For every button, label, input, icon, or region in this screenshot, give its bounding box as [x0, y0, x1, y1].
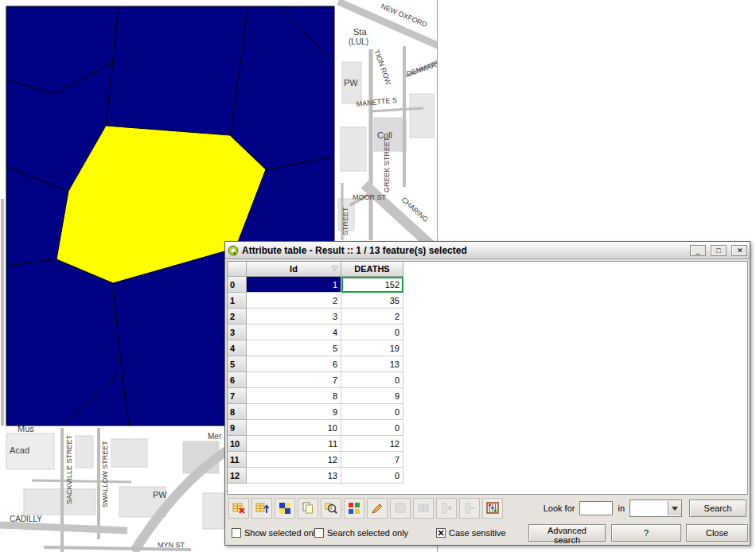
attribute-table[interactable]: Id ▽ DEATHS 0115212352323404519561367078…	[227, 261, 748, 495]
checkbox-box[interactable]: ✕	[436, 528, 446, 538]
table-row[interactable]: 9100	[228, 420, 747, 436]
qgis-icon	[228, 245, 239, 256]
row-header[interactable]: 1	[228, 293, 247, 309]
copy-rows-icon	[301, 501, 315, 515]
table-row[interactable]: 340	[228, 325, 747, 340]
close-window-button[interactable]: ✕	[731, 245, 747, 256]
table-row[interactable]: 4519	[228, 340, 747, 356]
maximize-button[interactable]: □	[711, 245, 727, 256]
cell-deaths[interactable]: 0	[341, 404, 403, 420]
column-dropdown-button[interactable]	[668, 501, 681, 515]
move-selection-to-top-button[interactable]	[251, 498, 272, 519]
column-header-deaths[interactable]: DEATHS	[341, 262, 403, 277]
cell-id[interactable]: 7	[247, 372, 341, 388]
cell-deaths[interactable]: 2	[341, 309, 403, 325]
cell-deaths[interactable]: 7	[341, 452, 403, 468]
look-for-input[interactable]	[579, 501, 613, 515]
zoom-to-selection-icon	[324, 501, 338, 515]
row-header[interactable]: 0	[228, 277, 247, 293]
cell-deaths[interactable]: 0	[341, 325, 403, 340]
table-row[interactable]: 670	[228, 372, 747, 388]
dialog-titlebar[interactable]: Attribute table - Result :: 1 / 13 featu…	[225, 242, 750, 259]
cell-id[interactable]: 10	[247, 420, 341, 436]
table-row[interactable]: 01152	[228, 277, 747, 293]
table-row[interactable]: 789	[228, 388, 747, 404]
row-header[interactable]: 5	[228, 356, 247, 372]
cell-id[interactable]: 2	[247, 293, 341, 309]
cell-id[interactable]: 6	[247, 356, 341, 372]
table-row[interactable]: 12130	[228, 468, 747, 484]
table-row[interactable]: 890	[228, 404, 747, 420]
close-button[interactable]: Close	[686, 524, 748, 542]
search-selected-only-checkbox[interactable]: Search selected only	[314, 528, 408, 538]
cell-id[interactable]: 9	[247, 404, 341, 420]
table-row[interactable]: 101112	[228, 436, 747, 452]
map-label: CADILLY	[10, 515, 42, 523]
attribute-table-dialog: Attribute table - Result :: 1 / 13 featu…	[224, 241, 750, 546]
cell-id[interactable]: 1	[247, 277, 341, 293]
cell-deaths[interactable]: 13	[341, 356, 403, 372]
invert-selection-button[interactable]	[275, 498, 295, 519]
column-header-id[interactable]: Id ▽	[247, 262, 341, 277]
case-sensitive-checkbox[interactable]: ✕ Case sensitive	[436, 528, 506, 538]
checkbox-label: Show selected only	[244, 528, 320, 538]
cell-deaths[interactable]: 12	[341, 436, 403, 452]
cell-id[interactable]: 3	[247, 309, 341, 325]
cell-deaths[interactable]: 0	[341, 420, 403, 436]
cell-deaths[interactable]: 152	[341, 277, 403, 293]
table-row[interactable]: 5613	[228, 356, 747, 372]
row-header[interactable]: 2	[228, 309, 247, 325]
cell-id[interactable]: 4	[247, 325, 341, 340]
qgis-screen: NEW OXFORD Sta (LUL) TION ROW PW DENMARK…	[0, 0, 756, 552]
checkbox-box[interactable]	[232, 528, 241, 538]
pan-to-selection-button[interactable]	[344, 498, 364, 519]
column-header-label: DEATHS	[354, 264, 389, 274]
toggle-editing-button[interactable]	[367, 498, 388, 519]
corner-header[interactable]	[228, 262, 247, 277]
copy-rows-button[interactable]	[298, 498, 318, 519]
table-row[interactable]: 1235	[228, 293, 747, 309]
table-row[interactable]: 11127	[228, 452, 747, 468]
row-header[interactable]: 10	[228, 436, 247, 452]
checkbox-box[interactable]	[314, 528, 324, 538]
map-label: SACKVILLE STREET	[65, 434, 73, 504]
minimize-button[interactable]: _	[690, 245, 706, 256]
help-button[interactable]: ?	[611, 524, 681, 542]
row-header[interactable]: 4	[228, 340, 247, 356]
cell-id[interactable]: 8	[247, 388, 341, 404]
cell-id[interactable]: 13	[247, 468, 341, 484]
field-calculator-button[interactable]	[482, 498, 503, 519]
cell-deaths[interactable]: 35	[341, 293, 403, 309]
map-label: PW	[344, 78, 358, 87]
row-header[interactable]: 6	[228, 372, 247, 388]
column-dropdown[interactable]	[629, 500, 682, 517]
search-button[interactable]: Search	[689, 500, 746, 517]
delete-selected-icon	[416, 501, 431, 515]
cell-deaths[interactable]: 9	[341, 388, 403, 404]
cell-deaths[interactable]: 19	[341, 340, 403, 356]
map-label: STREET	[341, 207, 349, 235]
unselect-all-button[interactable]	[228, 498, 249, 519]
table-row[interactable]: 232	[228, 309, 747, 325]
row-header[interactable]: 8	[228, 404, 247, 420]
row-header[interactable]: 3	[228, 325, 247, 340]
row-header[interactable]: 11	[228, 452, 247, 468]
checkbox-label: Search selected only	[327, 528, 408, 538]
move-selection-to-top-icon	[255, 501, 269, 515]
zoom-to-selection-button[interactable]	[321, 498, 341, 519]
cell-deaths[interactable]: 0	[341, 372, 403, 388]
map-label: (LUL)	[349, 37, 368, 46]
save-edits-button	[390, 498, 411, 519]
cell-deaths[interactable]: 0	[341, 468, 403, 484]
table-body: 0115212352323404519561367078989091001011…	[228, 277, 747, 484]
show-selected-only-checkbox[interactable]: Show selected only	[232, 528, 320, 538]
row-header[interactable]: 9	[228, 420, 247, 436]
cell-id[interactable]: 11	[247, 436, 341, 452]
cell-id[interactable]: 5	[247, 340, 341, 356]
cell-id[interactable]: 12	[247, 452, 341, 468]
delete-selected-button	[413, 498, 434, 519]
row-header[interactable]: 12	[228, 468, 247, 484]
unselect-all-icon	[232, 501, 246, 515]
row-header[interactable]: 7	[228, 388, 247, 404]
advanced-search-button[interactable]: Advanced search	[528, 524, 606, 542]
